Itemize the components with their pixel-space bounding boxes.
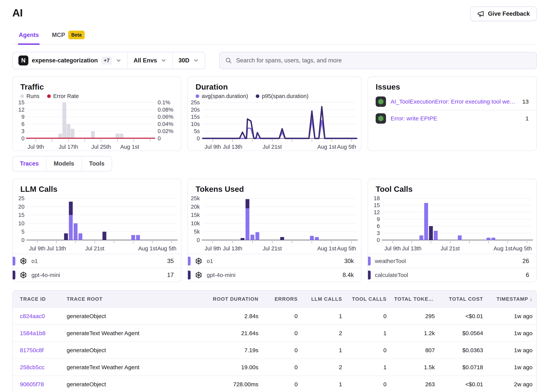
svg-text:Jul 9th: Jul 9th (384, 245, 400, 252)
llm-calls-totals: o135gpt-4o-mini17 (13, 254, 181, 282)
tab-agents[interactable]: Agents (18, 28, 40, 44)
issues-card: Issues ⬢AI_ToolExecutionError: Error exe… (368, 76, 537, 151)
issue-row[interactable]: ⬢Error: write EPIPE1 (368, 110, 536, 127)
time-range-dropdown[interactable]: 30D (172, 52, 205, 69)
svg-text:15k: 15k (191, 212, 200, 218)
timestamp-value: 1w ago (514, 364, 533, 370)
series-name: gpt-4o-mini (207, 272, 235, 278)
column-header-errors[interactable]: ERRORS (262, 296, 301, 302)
search-input[interactable] (236, 57, 531, 64)
timestamp-value: 1w ago (514, 347, 533, 353)
issue-link[interactable]: AI_ToolExecutionError: Error executing t… (391, 98, 518, 105)
column-header-cost[interactable]: TOTAL COST (439, 296, 487, 302)
project-filter-dropdown[interactable]: N expense-categorization +7 (13, 52, 127, 69)
env-filter-label: All Envs (134, 57, 157, 64)
series-total-value: 30k (344, 258, 354, 265)
llm-calls-title: LLM Calls (20, 185, 173, 194)
tab-models[interactable]: Models (46, 156, 81, 171)
column-header-tokens[interactable]: TOTAL TOKENS (390, 296, 439, 302)
series-total-row[interactable]: calculateTool6 (368, 268, 536, 282)
series-total-row[interactable]: weatherTool26 (368, 254, 536, 268)
svg-text:0: 0 (197, 135, 200, 141)
svg-text:Jul 17th: Jul 17th (59, 144, 78, 150)
give-feedback-button[interactable]: Give Feedback (470, 7, 537, 21)
svg-text:0: 0 (377, 237, 380, 243)
errors-cell: 0 (262, 347, 301, 354)
column-header-duration[interactable]: ROOT DURATION (199, 296, 262, 302)
series-total-row[interactable]: o130k (188, 254, 361, 268)
timestamp-cell: 1w ago (487, 313, 536, 319)
tool-calls-card: Tool Calls 0369121518Jul 9thJul 13thJul … (368, 179, 537, 282)
svg-text:10: 10 (18, 220, 25, 226)
env-filter-dropdown[interactable]: All Envs (127, 52, 172, 69)
svg-text:25k: 25k (191, 196, 200, 201)
trace-id-link[interactable]: 90605f78 (20, 381, 44, 387)
cost-cell: <$0.01 (439, 381, 487, 388)
tool-cell: 0 (346, 381, 390, 388)
column-header-id[interactable]: TRACE ID (13, 296, 63, 302)
table-row[interactable]: c824aac0generateObject2.84s010295<$0.011… (13, 308, 536, 324)
filter-row: N expense-categorization +7 All Envs 30D (12, 52, 537, 69)
tab-traces[interactable]: Traces (13, 156, 46, 171)
chevron-down-icon (161, 57, 167, 63)
main-tabs: Agents MCP Beta (12, 28, 537, 45)
series-total-row[interactable]: o135 (13, 254, 181, 268)
table-row[interactable]: 90605f78generateObject728.00ms010263<$0.… (13, 376, 536, 392)
svg-text:5s: 5s (194, 128, 200, 134)
column-header-time[interactable]: TIMESTAMP ↓ (487, 296, 536, 302)
svg-text:Jul 9th: Jul 9th (205, 245, 221, 252)
tokens-cell: 263 (390, 381, 439, 388)
table-row[interactable]: 1584a1b8generateText Weather Agent21.64s… (13, 324, 536, 342)
trace-id-link[interactable]: 81750c8f (20, 347, 43, 353)
svg-text:0.1%: 0.1% (158, 100, 170, 105)
issue-row[interactable]: ⬢AI_ToolExecutionError: Error executing … (368, 93, 536, 110)
project-extra-count: +7 (101, 56, 112, 65)
column-header-root[interactable]: TRACE ROOT (63, 296, 199, 302)
chevron-down-icon (193, 57, 199, 63)
svg-text:9: 9 (21, 114, 25, 120)
tokens-used-totals: o130kgpt-4o-mini8.4k (188, 254, 361, 282)
llm-cell: 1 (301, 347, 346, 354)
svg-text:Jul 9th: Jul 9th (205, 144, 221, 150)
legend-dot-icon (20, 94, 24, 98)
svg-text:Aug 1st: Aug 1st (120, 144, 139, 150)
openai-icon (195, 271, 202, 279)
svg-text:Jul 9th: Jul 9th (28, 144, 44, 150)
duration-cell: 2.84s (199, 313, 262, 319)
root-cell: generateObject (63, 381, 199, 388)
table-row[interactable]: 258cb5ccgenerateText Weather Agent19.00s… (13, 358, 536, 376)
tool-calls-chart: 0369121518Jul 9thJul 13thJul 21stAug 1st… (368, 196, 536, 252)
series-name: o1 (207, 258, 213, 264)
column-header-llm[interactable]: LLM CALLS (301, 296, 346, 302)
cost-cell: $0.0564 (439, 330, 487, 336)
series-total-row[interactable]: gpt-4o-mini17 (13, 268, 181, 282)
duration-cell: 21.64s (199, 330, 262, 336)
svg-text:5: 5 (21, 229, 25, 235)
trace-id-link[interactable]: c824aac0 (20, 313, 45, 319)
root-cell: generateText Weather Agent (63, 364, 199, 371)
timestamp-cell: 1w ago (487, 364, 536, 371)
cost-cell: $0.0718 (439, 364, 487, 371)
table-row[interactable]: 81750c8fgenerateObject7.19s010807$0.0363… (13, 342, 536, 358)
svg-text:0.08%: 0.08% (158, 107, 173, 113)
svg-text:Aug 5th: Aug 5th (337, 245, 356, 252)
issue-link[interactable]: Error: write EPIPE (391, 115, 521, 122)
trace-id-link[interactable]: 1584a1b8 (20, 330, 45, 336)
svg-text:0: 0 (21, 237, 25, 243)
search-bar[interactable] (219, 52, 537, 69)
svg-text:Aug 5th: Aug 5th (513, 245, 532, 252)
legend-label: p95(span.duration) (262, 93, 308, 99)
openai-icon (195, 257, 202, 265)
tab-mcp[interactable]: MCP Beta (51, 28, 86, 44)
tab-tools[interactable]: Tools (81, 156, 112, 171)
svg-text:20: 20 (18, 204, 25, 210)
openai-icon (20, 271, 27, 279)
series-total-row[interactable]: gpt-4o-mini8.4k (188, 268, 361, 282)
column-header-tool[interactable]: TOOL CALLS (346, 296, 390, 302)
trace-id-link[interactable]: 258cb5cc (20, 364, 44, 370)
trace-id-cell: 1584a1b8 (13, 330, 63, 336)
series-total-value: 35 (167, 258, 174, 265)
svg-text:0: 0 (158, 135, 161, 141)
time-range-label: 30D (178, 57, 189, 64)
traces-table-body: c824aac0generateObject2.84s010295<$0.011… (13, 308, 536, 392)
